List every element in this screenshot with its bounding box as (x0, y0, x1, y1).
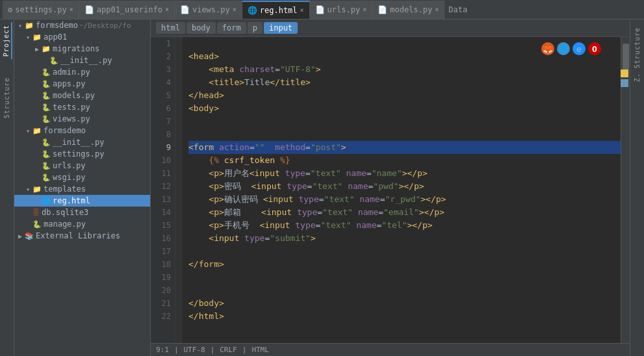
status-sep2: | (211, 346, 215, 354)
close-models-tab[interactable]: × (435, 6, 439, 13)
right-scrollbar[interactable] (621, 37, 630, 343)
tree-reg-html[interactable]: ▶ 🌐 reg.html (14, 195, 150, 207)
tree-init-py[interactable]: ▶ 🐍 __init__.py (14, 55, 150, 66)
tree-formsdemo-folder[interactable]: ▾ 📁 formsdemo (14, 125, 150, 136)
code-line-16[interactable]: <input type="submit"> (188, 232, 621, 245)
tab-urls[interactable]: 📄 urls.py × (310, 1, 373, 19)
line-num-8: 8 (151, 128, 171, 141)
project-panel-tab[interactable]: Project (1, 22, 12, 59)
line-num-12: 12 (151, 180, 171, 193)
tab-more-button[interactable]: Data (444, 5, 471, 14)
line-num-11: 11 (151, 167, 171, 180)
settings-label: settings.py (53, 149, 104, 159)
status-sep1: | (174, 346, 179, 354)
firefox-icon[interactable]: 🦊 (541, 42, 554, 55)
tab-views[interactable]: 📄 views.py × (175, 1, 242, 19)
tree-app01[interactable]: ▾ 📁 app01 (14, 31, 150, 43)
code-line-12[interactable]: <p>密码 <input type="text" name="pwd"></p> (188, 180, 621, 193)
tree-templates[interactable]: ▾ 📁 templates (14, 183, 150, 195)
migrations-icon: 📁 (42, 45, 51, 53)
code-line-11[interactable]: <p>用户名<input type="text" name="name"></p… (188, 167, 621, 180)
close-reg-tab[interactable]: × (300, 6, 304, 14)
tab-userinfo[interactable]: 📄 app01_userinfo × (79, 1, 175, 19)
userinfo-icon: 📄 (84, 5, 94, 14)
tree-urls-py[interactable]: ▶ 🐍 urls.py (14, 160, 150, 172)
close-settings-tab[interactable]: × (70, 6, 73, 13)
code-line-7[interactable] (188, 115, 621, 128)
line-num-4: 4 (151, 76, 171, 89)
breadcrumb-p[interactable]: p (248, 22, 263, 34)
migrations-label: migrations (53, 44, 99, 53)
scroll-thumb[interactable] (623, 44, 629, 70)
opera-icon[interactable]: O (588, 42, 601, 55)
wsgi-icon: 🐍 (42, 173, 51, 182)
breadcrumb-body[interactable]: body (187, 22, 216, 34)
tree-views-py[interactable]: ▶ 🐍 views.py (14, 113, 150, 125)
tree-root[interactable]: ▾ 📁 formsdemo ~/Desktop/fo (14, 19, 150, 31)
code-line-20[interactable] (188, 284, 621, 297)
code-line-22[interactable]: </html> (188, 310, 621, 323)
breadcrumb-html[interactable]: html (156, 22, 185, 34)
ie-icon[interactable]: e (573, 42, 586, 55)
code-line-5[interactable]: </head> (188, 89, 621, 102)
code-line-4[interactable]: <title>Title</title> (188, 76, 621, 89)
close-userinfo-tab[interactable]: × (165, 6, 169, 13)
tests-icon: 🐍 (42, 103, 51, 112)
tree-apps-py[interactable]: ▶ 🐍 apps.py (14, 78, 150, 90)
code-line-13[interactable]: <p>确认密码 <input type="text" name="r_pwd">… (188, 193, 621, 206)
init-py-label: __init__.py (60, 56, 112, 65)
tab-models[interactable]: 📄 models.py × (372, 1, 444, 19)
admin-label: admin.py (53, 68, 90, 77)
code-line-15[interactable]: <p>手机号 <input type="text" name="tel"></p… (188, 219, 621, 232)
tree-admin-py[interactable]: ▶ 🐍 admin.py (14, 66, 150, 78)
tree-wsgi-py[interactable]: ▶ 🐍 wsgi.py (14, 172, 150, 183)
code-line-17[interactable] (188, 245, 621, 258)
settings-file-icon: 🐍 (42, 150, 51, 159)
code-line-18[interactable]: </form> (188, 258, 621, 271)
tree-db-sqlite[interactable]: ▶ 🗄 db.sqlite3 (14, 207, 150, 218)
db-label: db.sqlite3 (42, 208, 88, 217)
breadcrumb-bar: html body form p input (151, 19, 630, 37)
code-line-6[interactable]: <body> (188, 102, 621, 115)
formsdemo-arrow: ▾ (23, 127, 32, 134)
code-line-9[interactable]: <form action="" method="post"> (188, 141, 621, 154)
change-indicator-2 (621, 79, 628, 87)
line-num-20: 20 (151, 284, 171, 297)
breadcrumb-form[interactable]: form (217, 22, 246, 34)
status-line-col: 9:1 (156, 346, 169, 354)
code-line-10[interactable]: {% csrf_token %} (188, 154, 621, 167)
line-num-15: 15 (151, 219, 171, 232)
structure-panel-tab[interactable]: Structure (2, 75, 12, 121)
tab-reg[interactable]: 🌐 reg.html × (242, 1, 310, 19)
templates-label: templates (44, 184, 86, 194)
main-layout: Project Structure ▾ 📁 formsdemo ~/Deskto… (0, 19, 644, 356)
tree-settings-py[interactable]: ▶ 🐍 settings.py (14, 148, 150, 160)
close-views-tab[interactable]: × (233, 6, 237, 13)
code-line-8[interactable] (188, 128, 621, 141)
templates-icon: 📁 (32, 185, 42, 194)
tree-init2-py[interactable]: ▶ 🐍 __init__.py (14, 136, 150, 148)
tree-models-py[interactable]: ▶ 🐍 models.py (14, 90, 150, 101)
code-line-3[interactable]: <meta charset="UTF-8"> (188, 63, 621, 76)
tree-migrations[interactable]: ▶ 📁 migrations (14, 43, 150, 55)
line-num-19: 19 (151, 271, 171, 284)
close-urls-tab[interactable]: × (363, 6, 367, 13)
templates-arrow: ▾ (23, 186, 32, 193)
breadcrumb-input[interactable]: input (264, 22, 298, 34)
reg-html-icon: 🌐 (42, 197, 51, 205)
tab-settings[interactable]: ⚙ settings.py × (3, 1, 79, 19)
line-num-13: 13 (151, 193, 171, 206)
gutter-fold (175, 37, 182, 343)
code-line-19[interactable] (188, 271, 621, 284)
code-line-21[interactable]: </body> (188, 297, 621, 310)
line-num-10: 10 (151, 154, 171, 167)
models-icon: 🐍 (42, 92, 51, 100)
status-crlf: CRLF (220, 346, 237, 354)
tree-manage-py[interactable]: ▶ 🐍 manage.py (14, 218, 150, 230)
chrome-icon[interactable]: 🌐 (557, 42, 570, 55)
tree-tests-py[interactable]: ▶ 🐍 tests.py (14, 101, 150, 113)
tree-ext-libs[interactable]: ▶ 📚 External Libraries (14, 230, 150, 242)
tab-bar: ⚙ settings.py × 📄 app01_userinfo × 📄 vie… (0, 0, 644, 19)
code-editor[interactable]: 🦊 🌐 e O <head> <meta charset="UTF-8"> (182, 37, 621, 343)
code-line-14[interactable]: <p>邮箱 <input type="text" name="email"></… (188, 206, 621, 219)
